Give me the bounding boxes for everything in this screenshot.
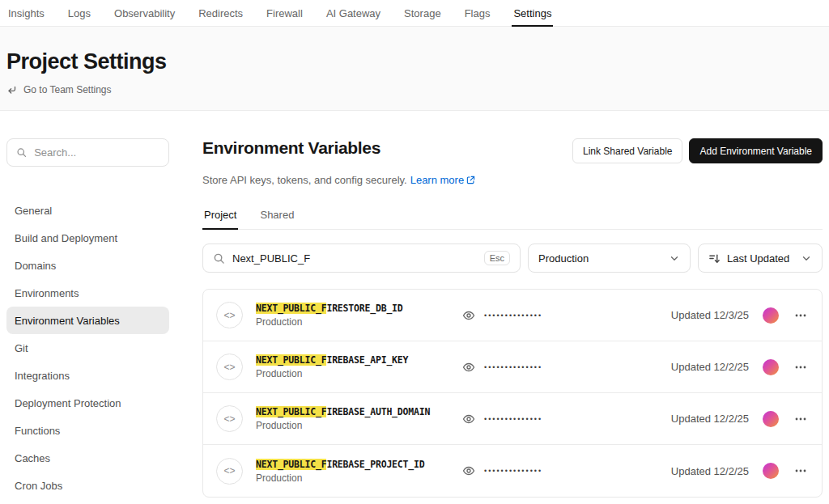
table-row: <> NEXT_PUBLIC_FIREBASE_PROJECT_ID Produ… — [203, 445, 822, 497]
return-arrow-icon — [6, 84, 18, 95]
learn-more-link[interactable]: Learn more — [410, 174, 475, 186]
chevron-down-icon — [801, 252, 812, 264]
reveal-value-button[interactable] — [462, 464, 475, 477]
sidebar-item-cron-jobs[interactable]: Cron Jobs — [6, 472, 169, 499]
environment-variables-table: <> NEXT_PUBLIC_FIRESTORE_DB_ID Productio… — [202, 289, 823, 498]
sidebar-item-deployment-protection[interactable]: Deployment Protection — [6, 389, 169, 417]
reveal-value-button[interactable] — [462, 309, 475, 322]
environment-filter-dropdown[interactable]: Production — [528, 244, 691, 273]
sort-descending-icon — [708, 252, 721, 265]
updated-date: Updated 12/3/25 — [671, 309, 749, 321]
environment-variables-panel: Environment Variables Link Shared Variab… — [202, 138, 823, 499]
variable-name: NEXT_PUBLIC_FIREBASE_AUTH_DOMAIN — [256, 406, 462, 417]
avatar — [763, 307, 779, 324]
chevron-down-icon — [669, 252, 680, 264]
page-title: Project Settings — [6, 49, 823, 74]
link-shared-variable-button[interactable]: Link Shared Variable — [572, 138, 683, 163]
sidebar-item-build-and-deployment[interactable]: Build and Deployment — [6, 224, 169, 252]
variable-name: NEXT_PUBLIC_FIRESTORE_DB_ID — [256, 303, 462, 314]
table-row: <> NEXT_PUBLIC_FIREBASE_AUTH_DOMAIN Prod… — [203, 393, 822, 445]
sidebar-item-environments[interactable]: Environments — [6, 279, 169, 307]
content-area: General Build and Deployment Domains Env… — [0, 111, 829, 499]
updated-date: Updated 12/2/25 — [671, 361, 749, 373]
tab-logs[interactable]: Logs — [66, 0, 92, 26]
reveal-value-button[interactable] — [462, 361, 475, 374]
variable-name: NEXT_PUBLIC_FIREBASE_API_KEY — [256, 354, 462, 366]
variable-environment: Production — [256, 368, 462, 379]
external-link-icon — [466, 176, 475, 184]
project-top-nav: Insights Logs Observability Redirects Fi… — [0, 0, 829, 27]
updated-date: Updated 12/2/25 — [671, 465, 749, 477]
row-menu-button[interactable] — [793, 307, 809, 324]
tab-shared[interactable]: Shared — [258, 204, 295, 229]
sidebar-item-caches[interactable]: Caches — [6, 444, 169, 472]
tab-settings[interactable]: Settings — [512, 0, 553, 26]
masked-value: •••••••••••••• — [484, 363, 542, 371]
settings-sidebar: General Build and Deployment Domains Env… — [6, 138, 169, 499]
search-icon — [213, 252, 225, 265]
sort-value: Last Updated — [727, 252, 789, 265]
tab-firewall[interactable]: Firewall — [265, 0, 304, 26]
sidebar-item-general[interactable]: General — [6, 197, 169, 224]
description-text: Store API keys, tokens, and config secur… — [202, 174, 407, 186]
learn-more-label: Learn more — [410, 174, 464, 186]
ellipsis-icon — [794, 361, 807, 374]
sort-dropdown[interactable]: Last Updated — [698, 244, 823, 273]
eye-icon — [462, 309, 475, 322]
table-row: <> NEXT_PUBLIC_FIRESTORE_DB_ID Productio… — [203, 290, 822, 341]
avatar — [763, 463, 779, 479]
tab-observability[interactable]: Observability — [113, 0, 176, 26]
tab-ai-gateway[interactable]: AI Gateway — [325, 0, 382, 26]
variable-search[interactable]: Esc — [202, 244, 521, 273]
code-icon: <> — [216, 405, 243, 432]
code-icon: <> — [216, 354, 243, 380]
variable-name: NEXT_PUBLIC_FIREBASE_PROJECT_ID — [256, 459, 462, 470]
row-menu-button[interactable] — [793, 359, 809, 375]
variable-environment: Production — [256, 420, 462, 431]
table-row: <> NEXT_PUBLIC_FIREBASE_API_KEY Producti… — [203, 341, 822, 393]
eye-icon — [462, 361, 475, 374]
search-icon — [16, 146, 27, 159]
reveal-value-button[interactable] — [462, 413, 475, 426]
row-menu-button[interactable] — [793, 463, 809, 479]
section-description: Store API keys, tokens, and config secur… — [202, 174, 823, 186]
sidebar-search-input[interactable] — [34, 146, 159, 159]
esc-key-badge[interactable]: Esc — [484, 251, 510, 265]
go-to-team-settings-link[interactable]: Go to Team Settings — [6, 84, 823, 95]
tab-project[interactable]: Project — [202, 204, 238, 229]
variable-environment: Production — [256, 316, 462, 328]
sidebar-item-functions[interactable]: Functions — [6, 417, 169, 444]
sidebar-search[interactable] — [6, 138, 169, 167]
ellipsis-icon — [794, 309, 807, 322]
filter-bar: Esc Production Last Updated — [202, 244, 823, 273]
masked-value: •••••••••••••• — [484, 415, 542, 423]
tab-redirects[interactable]: Redirects — [197, 0, 244, 26]
sidebar-menu: General Build and Deployment Domains Env… — [6, 197, 169, 499]
ellipsis-icon — [794, 413, 807, 426]
variable-environment: Production — [256, 472, 462, 484]
sidebar-item-environment-variables[interactable]: Environment Variables — [6, 307, 169, 334]
masked-value: •••••••••••••• — [484, 467, 542, 475]
sidebar-item-git[interactable]: Git — [6, 334, 169, 362]
ellipsis-icon — [794, 464, 807, 477]
sidebar-item-integrations[interactable]: Integrations — [6, 362, 169, 389]
add-environment-variable-button[interactable]: Add Environment Variable — [689, 138, 823, 163]
tab-insights[interactable]: Insights — [6, 0, 46, 26]
masked-value: •••••••••••••• — [484, 311, 542, 320]
updated-date: Updated 12/2/25 — [671, 413, 749, 425]
tab-flags[interactable]: Flags — [463, 0, 492, 26]
scope-tabs: Project Shared — [202, 204, 823, 230]
avatar — [763, 411, 779, 427]
code-icon: <> — [216, 458, 243, 485]
avatar — [763, 359, 779, 375]
tab-storage[interactable]: Storage — [402, 0, 443, 26]
page-header: Project Settings Go to Team Settings — [0, 27, 829, 111]
sidebar-item-domains[interactable]: Domains — [6, 252, 169, 279]
variable-search-input[interactable] — [232, 252, 477, 265]
code-icon: <> — [216, 302, 243, 328]
eye-icon — [462, 413, 475, 426]
environment-filter-value: Production — [538, 252, 589, 265]
section-title: Environment Variables — [202, 138, 380, 158]
row-menu-button[interactable] — [793, 411, 809, 427]
back-link-label: Go to Team Settings — [23, 84, 112, 95]
